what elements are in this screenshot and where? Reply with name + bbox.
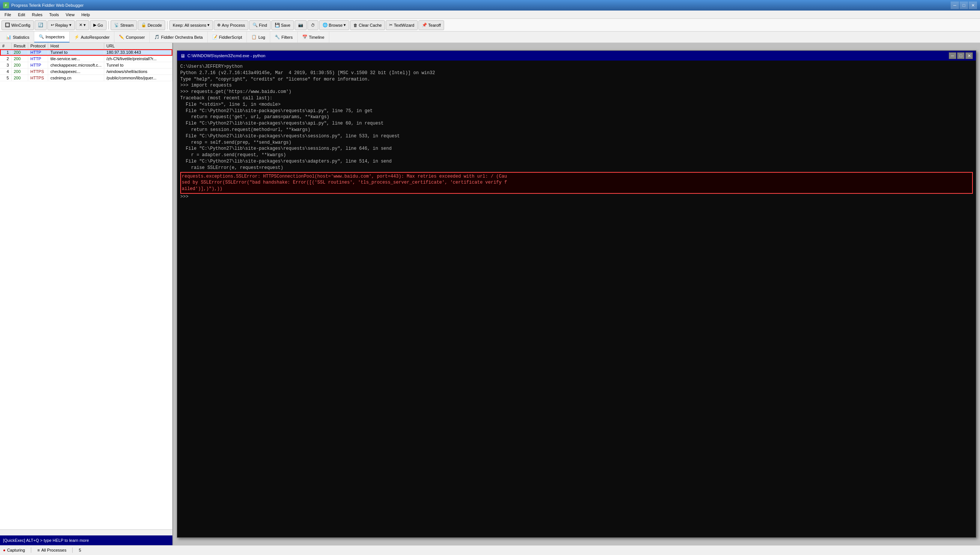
cell-protocol: HTTP: [28, 62, 48, 69]
menu-edit[interactable]: Edit: [15, 12, 28, 18]
timeline-icon: 📅: [302, 35, 308, 40]
cell-host: csdnimg.cn: [48, 75, 104, 81]
screenshot-icon: 📷: [298, 22, 303, 27]
cmd-icon: 🖥: [180, 53, 185, 59]
quickexec-text: [QuickExec] ALT+Q > type HELP to learn m…: [3, 538, 89, 542]
save-label: Save: [281, 23, 290, 27]
cmd-line: r = adapter.send(request, **kwargs): [180, 152, 973, 159]
cmd-line: File "C:\Python27\lib\site-packages\requ…: [180, 146, 973, 152]
window-controls: ─ □ ✕: [951, 2, 977, 9]
tearoff-label: Tearoff: [428, 23, 441, 27]
horizontal-scrollbar[interactable]: [0, 529, 172, 536]
table-row[interactable]: 2 200 HTTP tile-service.we... /zh-CN/liv…: [0, 56, 172, 62]
browse-icon: 🌐: [322, 22, 328, 27]
log-label: Log: [258, 35, 265, 40]
cell-result: 200: [11, 69, 28, 75]
replay-button[interactable]: ↩ Replay ▾: [47, 20, 75, 30]
decode-button[interactable]: 🔓 Decode: [138, 20, 165, 30]
tab-fiddler-orchestra[interactable]: 🎵 Fiddler Orchestra Beta: [150, 32, 208, 43]
cmd-title-bar: 🖥 C:\WINDOWS\system32\cmd.exe - python ─…: [177, 51, 976, 61]
browse-button[interactable]: 🌐 Browse ▾: [319, 20, 350, 30]
cell-protocol: HTTPS: [28, 69, 48, 75]
tab-inspectors[interactable]: 🔍 Inspectors: [34, 32, 70, 43]
autoresponder-label: AutoResponder: [81, 35, 109, 40]
screenshot-button[interactable]: 📷: [295, 20, 307, 30]
replay-icon: ↩: [51, 22, 54, 27]
text-wizard-button[interactable]: ✂ TextWizard: [386, 20, 417, 30]
stream-label: Stream: [120, 23, 134, 27]
cell-result: 200: [11, 75, 28, 81]
winconfig-button[interactable]: 🔲 WinConfig: [2, 20, 34, 30]
cell-host: Tunnel to: [48, 49, 104, 56]
tab-autoresponder[interactable]: ⚡ AutoResponder: [70, 32, 114, 43]
tab-composer[interactable]: ✏️ Composer: [114, 32, 150, 43]
toolbar-separator-2: [167, 21, 167, 29]
timeline-label: Timeline: [309, 35, 324, 40]
table-row[interactable]: 3 200 HTTP checkappexec.microsoft.c... T…: [0, 62, 172, 69]
find-button[interactable]: 🔍 Find: [249, 20, 270, 30]
capture-dot: ●: [3, 548, 6, 552]
cell-result: 200: [11, 56, 28, 62]
menu-help[interactable]: Help: [78, 12, 93, 18]
keep-sessions-button[interactable]: Keep: All sessions ▾: [169, 20, 213, 30]
tab-statistics[interactable]: 📊 Statistics: [2, 32, 34, 43]
tearoff-button[interactable]: 📌 Tearoff: [419, 20, 444, 30]
browse-dropdown-icon: ▾: [343, 22, 346, 27]
save-button[interactable]: 💾 Save: [271, 20, 294, 30]
remove-button[interactable]: ✕ ▾: [75, 20, 89, 30]
composer-icon: ✏️: [119, 35, 124, 40]
stream-toggle[interactable]: 🔄: [35, 20, 47, 30]
cmd-line: File "C:\Python27\lib\site-packages\requ…: [180, 159, 973, 165]
toolbar-separator-1: [108, 21, 109, 29]
menu-bar: File Edit Rules Tools View Help: [0, 11, 980, 19]
cmd-line: raise SSLError(e, request=request): [180, 165, 973, 171]
winconfig-icon: 🔲: [5, 22, 10, 27]
stream-icon2: 📡: [114, 22, 119, 27]
fiddlerscript-label: FiddlerScript: [219, 35, 242, 40]
menu-file[interactable]: File: [2, 12, 14, 18]
save-icon: 💾: [275, 22, 280, 27]
cmd-window: 🖥 C:\WINDOWS\system32\cmd.exe - python ─…: [177, 50, 976, 538]
stream-button[interactable]: 📡 Stream: [111, 20, 137, 30]
process-icon: ≡: [37, 548, 40, 552]
app-title: Progress Telerik Fiddler Web Debugger: [11, 3, 83, 8]
col-header-protocol: Protocol: [28, 43, 48, 49]
tab-timeline[interactable]: 📅 Timeline: [298, 32, 329, 43]
col-header-result: Result: [11, 43, 28, 49]
fiddler-orchestra-icon: 🎵: [154, 35, 160, 40]
table-row[interactable]: 1 200 HTTP Tunnel to 180.97.33.108:443: [0, 49, 172, 56]
clear-cache-button[interactable]: 🗑 Clear Cache: [350, 20, 385, 30]
cmd-line: Python 2.7.16 (v2.7.16:413a49145e, Mar 4…: [180, 70, 973, 76]
status-bar: ● Capturing ≡ All Processes 5: [0, 545, 980, 554]
menu-view[interactable]: View: [63, 12, 78, 18]
clear-cache-label: Clear Cache: [359, 23, 382, 27]
tab-fiddlerscript[interactable]: 📝 FiddlerScript: [208, 32, 247, 43]
tab-filters[interactable]: 🔧 Filters: [270, 32, 298, 43]
cell-host: checkappexec.microsoft.c...: [48, 62, 104, 69]
inspectors-icon: 🔍: [39, 34, 44, 39]
tab-bar: 📊 Statistics 🔍 Inspectors ⚡ AutoResponde…: [0, 32, 980, 43]
status-sep-2: [72, 547, 73, 553]
close-button[interactable]: ✕: [969, 2, 977, 9]
table-row[interactable]: 5 200 HTTPS csdnimg.cn /public/common/li…: [0, 75, 172, 81]
cell-url: Tunnel to: [104, 62, 172, 69]
menu-tools[interactable]: Tools: [46, 12, 62, 18]
any-process-button[interactable]: ⊕ Any Process: [214, 20, 249, 30]
menu-rules[interactable]: Rules: [29, 12, 45, 18]
timer-button[interactable]: ⏱: [308, 20, 318, 30]
replay-label: Replay: [55, 23, 68, 27]
cmd-error-line: sed by SSLError(SSLError("bad handshake:…: [182, 180, 971, 186]
table-row[interactable]: 4 200 HTTPS checkappexec... /windows/she…: [0, 69, 172, 75]
autoresponder-icon: ⚡: [74, 35, 79, 40]
cmd-maximize-button[interactable]: □: [957, 52, 965, 59]
cmd-title: C:\WINDOWS\system32\cmd.exe - python: [188, 53, 265, 58]
maximize-button[interactable]: □: [960, 2, 968, 9]
cmd-line: return request('get', url, params=params…: [180, 114, 973, 120]
minimize-button[interactable]: ─: [951, 2, 959, 9]
cmd-line: File "C:\Python27\lib\site-packages\requ…: [180, 133, 973, 140]
go-button[interactable]: ▶ Go: [90, 20, 106, 30]
tab-log[interactable]: 📋 Log: [247, 32, 270, 43]
title-bar: F Progress Telerik Fiddler Web Debugger …: [0, 0, 980, 11]
cmd-close-button[interactable]: ✕: [965, 52, 973, 59]
cmd-minimize-button[interactable]: ─: [949, 52, 956, 59]
